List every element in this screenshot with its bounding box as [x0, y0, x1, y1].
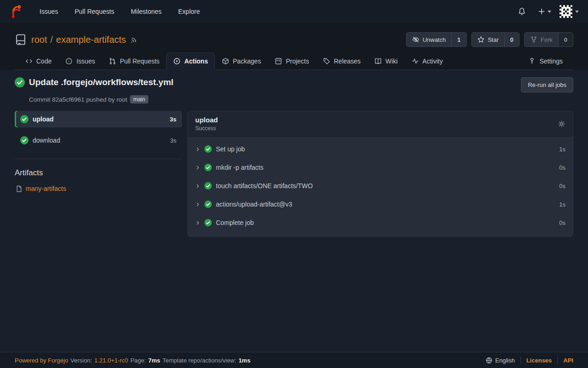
nav-item-milestones[interactable]: Milestones — [123, 0, 170, 23]
star-button[interactable]: Star 0 — [471, 32, 520, 47]
job-detail-header: upload Success — [188, 111, 573, 137]
repository-icon — [15, 33, 27, 46]
divider — [15, 159, 182, 159]
user-menu[interactable] — [560, 5, 579, 18]
fork-count[interactable]: 0 — [558, 33, 573, 46]
play-circle-icon — [173, 58, 181, 65]
step-duration: 0s — [559, 164, 565, 171]
success-check-icon — [204, 182, 212, 190]
job-detail-title: upload — [195, 116, 218, 124]
nav-item-issues[interactable]: Issues — [31, 0, 66, 23]
version-label: Version: — [70, 357, 92, 364]
forgejo-logo-icon[interactable] — [9, 5, 23, 18]
nav-item-pull-requests[interactable]: Pull Requests — [66, 0, 122, 23]
avatar — [560, 5, 572, 18]
step-row-setup[interactable]: Set up job 1s — [188, 140, 573, 158]
fork-icon — [530, 36, 537, 43]
step-row-mkdir[interactable]: mkdir -p artifacts 0s — [188, 158, 573, 177]
tab-projects-label: Projects — [286, 58, 309, 65]
tab-pull-requests[interactable]: Pull Requests — [102, 52, 166, 70]
tab-releases-label: Releases — [334, 58, 361, 65]
actions-run-view: Update .forgejo/workflows/test.yml Re-ru… — [0, 70, 588, 352]
job-status-text: Success — [195, 125, 218, 132]
job-row-download[interactable]: download 3s — [15, 132, 182, 149]
globe-icon — [486, 357, 492, 364]
licenses-link[interactable]: Licenses — [521, 357, 558, 364]
wrench-icon — [528, 58, 536, 65]
powered-by-link[interactable]: Powered by Forgejo — [15, 357, 68, 364]
language-label: English — [495, 357, 515, 364]
code-icon — [25, 58, 33, 65]
artifact-link[interactable]: many-artifacts — [26, 185, 66, 192]
tab-pull-requests-label: Pull Requests — [120, 58, 159, 65]
step-row-upload-artifact[interactable]: actions/upload-artifact@v3 1s — [188, 195, 573, 213]
repo-name-link[interactable]: example-artifacts — [56, 34, 126, 45]
tab-code-label: Code — [36, 58, 51, 65]
chevron-right-icon — [195, 202, 200, 207]
tab-actions[interactable]: Actions — [166, 52, 215, 70]
page-time-label: Page: — [130, 357, 146, 364]
step-duration: 1s — [559, 146, 565, 153]
tab-actions-label: Actions — [184, 58, 208, 65]
tab-wiki[interactable]: Wiki — [368, 52, 404, 70]
unwatch-button[interactable]: Unwatch 1 — [406, 32, 467, 47]
success-check-icon — [20, 115, 28, 123]
language-selector[interactable]: English — [486, 357, 520, 364]
success-check-icon — [204, 219, 212, 226]
tab-settings[interactable]: Settings — [521, 52, 570, 70]
step-duration: 1s — [559, 201, 565, 208]
step-row-touch[interactable]: touch artifacts/ONE artifacts/TWO 0s — [188, 177, 573, 195]
success-check-icon — [204, 164, 212, 171]
tab-packages-label: Packages — [233, 58, 261, 65]
tab-releases[interactable]: Releases — [316, 52, 368, 70]
tab-activity[interactable]: Activity — [405, 52, 450, 70]
chevron-right-icon — [195, 220, 200, 225]
version-link[interactable]: 1.21.0+1-rc0 — [94, 357, 128, 364]
star-icon — [477, 36, 485, 43]
rss-feed-icon[interactable] — [130, 36, 138, 43]
step-name: Complete job — [216, 219, 254, 226]
job-row-upload[interactable]: upload 3s — [15, 111, 182, 127]
job-duration: 3s — [170, 137, 176, 144]
watch-count[interactable]: 1 — [451, 33, 466, 46]
tab-code[interactable]: Code — [18, 52, 58, 70]
star-count[interactable]: 0 — [504, 33, 519, 46]
star-label: Star — [488, 36, 499, 43]
step-name: actions/upload-artifact@v3 — [216, 201, 292, 208]
top-navbar: Issues Pull Requests Milestones Explore — [0, 0, 588, 23]
issue-opened-icon — [65, 58, 73, 65]
template-time-value: 1ms — [238, 357, 250, 364]
unwatch-label: Unwatch — [423, 36, 446, 43]
artifact-item[interactable]: many-artifacts — [15, 185, 182, 192]
pulse-icon — [412, 58, 419, 65]
step-name: Set up job — [216, 145, 245, 153]
notifications-bell-icon[interactable] — [514, 5, 530, 18]
create-new-button[interactable] — [534, 5, 555, 18]
tab-activity-label: Activity — [423, 58, 443, 65]
success-check-icon — [204, 201, 212, 208]
repo-path-separator: / — [50, 34, 53, 45]
rerun-all-jobs-button[interactable]: Re-run all jobs — [521, 77, 573, 92]
nav-item-explore[interactable]: Explore — [170, 0, 208, 23]
step-list: Set up job 1s mkdir -p artifacts 0s — [188, 137, 573, 236]
package-icon — [222, 58, 229, 65]
repo-header: root / example-artifacts Unwatch 1 — [0, 23, 588, 70]
api-link[interactable]: API — [558, 357, 573, 364]
step-duration: 0s — [559, 219, 565, 226]
repo-owner-link[interactable]: root — [31, 34, 47, 45]
file-icon — [16, 185, 23, 192]
step-row-complete[interactable]: Complete job 0s — [188, 213, 573, 232]
tab-issues[interactable]: Issues — [58, 52, 102, 70]
tab-settings-label: Settings — [539, 58, 563, 65]
fork-button[interactable]: Fork 0 — [524, 32, 573, 47]
step-name: touch artifacts/ONE artifacts/TWO — [216, 182, 313, 190]
fork-label: Fork — [541, 36, 553, 43]
gear-icon[interactable] — [558, 120, 565, 128]
job-name: upload — [33, 115, 54, 123]
success-check-icon — [15, 77, 25, 87]
branch-badge[interactable]: main — [130, 95, 148, 104]
tab-packages[interactable]: Packages — [215, 52, 268, 70]
commit-info: Commit 82a5cf6961 pushed by root main — [29, 95, 573, 104]
tab-projects[interactable]: Projects — [268, 52, 316, 70]
template-time-label: Template repo/actions/view: — [163, 357, 236, 364]
